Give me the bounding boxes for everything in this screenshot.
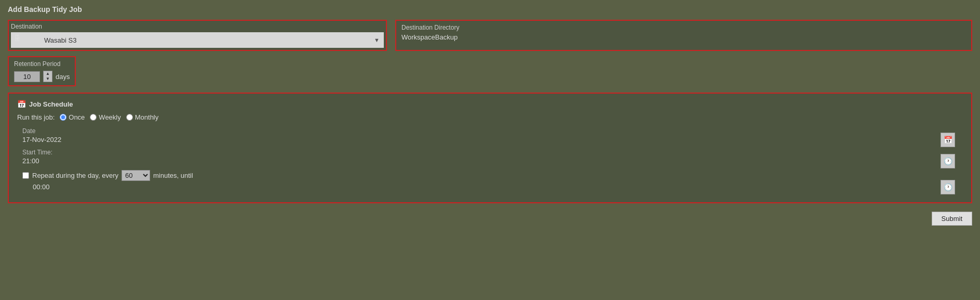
repeat-label: Repeat during the day, every [32,172,118,179]
radio-once-label: Once [69,113,85,121]
radio-weekly[interactable]: Weekly [90,113,120,121]
schedule-box: 📅 Job Schedule Run this job: Once Weekly… [8,93,972,203]
retention-increment[interactable]: ▲ [44,71,52,76]
radio-weekly-input[interactable] [90,114,97,121]
retention-unit: days [56,73,70,81]
radio-monthly-input[interactable] [126,114,133,121]
footer-row: Submit [8,210,972,226]
date-field: Date 17-Nov-2022 📅 [22,127,963,144]
retention-label: Retention Period [14,60,70,68]
date-picker-button[interactable]: 📅 [941,133,955,147]
destination-directory-box: Destination Directory WorkspaceBackup [395,20,972,51]
submit-button[interactable]: Submit [932,212,972,226]
radio-monthly-label: Monthly [135,113,159,121]
run-job-row: Run this job: Once Weekly Monthly [17,113,963,121]
top-row: Destination 🗄 Wasabi S3 ▼ Destination Di… [8,20,972,51]
date-value: 17-Nov-2022 [22,136,61,144]
start-time-value: 21:00 [22,157,39,165]
schedule-header: 📅 Job Schedule [17,100,963,108]
repeat-minutes-label: minutes, until [153,172,193,179]
destination-select-wrapper: 🗄 Wasabi S3 ▼ [11,32,384,48]
radio-monthly[interactable]: Monthly [126,113,159,121]
retention-row: ▲ ▼ days [14,71,70,82]
page-title: Add Backup Tidy Job [8,5,972,14]
destination-directory-value: WorkspaceBackup [401,33,966,41]
radio-once[interactable]: Once [60,113,85,121]
time-picker-button[interactable]: 🕐 [941,154,955,168]
radio-once-input[interactable] [60,114,66,121]
run-job-label: Run this job: [17,113,55,121]
schedule-label: Job Schedule [29,100,73,108]
repeat-checkbox[interactable] [22,172,29,179]
retention-decrement[interactable]: ▼ [44,76,52,82]
storage-icon: 🗄 [14,34,25,46]
destination-select[interactable]: Wasabi S3 [29,36,381,44]
until-row: 00:00 🕐 [22,183,963,191]
date-row: 17-Nov-2022 📅 [22,136,963,144]
start-time-field: Start Time: 21:00 🕐 [22,149,963,165]
schedule-fields: Date 17-Nov-2022 📅 Start Time: 21:00 🕐 R [17,127,963,191]
until-time-picker-button[interactable]: 🕐 [941,180,955,194]
retention-input[interactable] [14,71,40,82]
destination-label: Destination [11,23,384,30]
calendar-icon: 📅 [17,100,26,108]
repeat-field: Repeat during the day, every 60 15 30 12… [22,170,963,191]
start-time-label: Start Time: [22,149,963,156]
radio-weekly-label: Weekly [99,113,120,121]
repeat-interval-select[interactable]: 60 15 30 120 [122,170,150,181]
repeat-row: Repeat during the day, every 60 15 30 12… [22,170,963,181]
time-row: 21:00 🕐 [22,157,963,165]
until-value: 00:00 [22,183,50,191]
destination-box: Destination 🗄 Wasabi S3 ▼ [8,20,387,51]
retention-box: Retention Period ▲ ▼ days [8,56,76,86]
date-label: Date [22,127,963,135]
main-container: Add Backup Tidy Job Destination 🗄 Wasabi… [0,0,980,233]
destination-directory-label: Destination Directory [401,24,966,31]
retention-spinner: ▲ ▼ [43,71,52,82]
